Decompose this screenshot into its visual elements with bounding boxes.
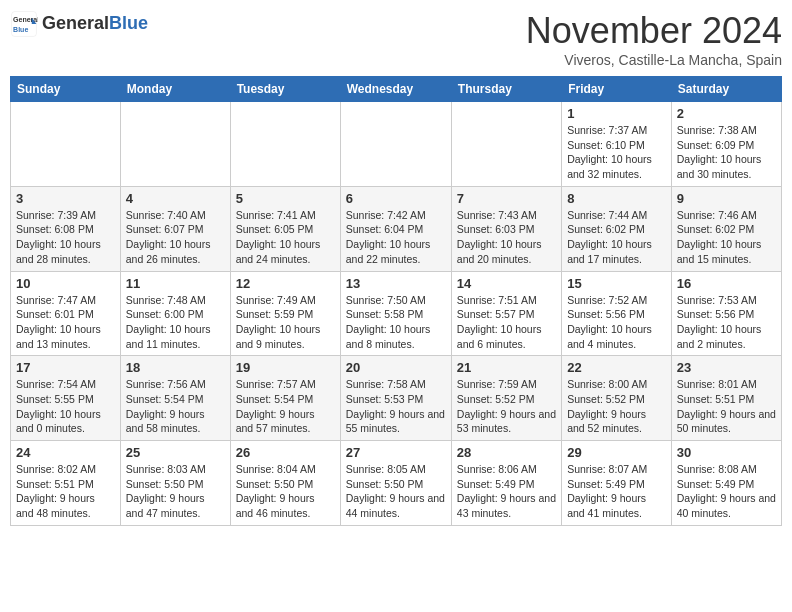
calendar-cell: 20Sunrise: 7:58 AM Sunset: 5:53 PM Dayli… xyxy=(340,356,451,441)
calendar-cell xyxy=(11,102,121,187)
calendar-cell: 22Sunrise: 8:00 AM Sunset: 5:52 PM Dayli… xyxy=(562,356,672,441)
calendar-cell: 15Sunrise: 7:52 AM Sunset: 5:56 PM Dayli… xyxy=(562,271,672,356)
calendar-cell: 24Sunrise: 8:02 AM Sunset: 5:51 PM Dayli… xyxy=(11,441,121,526)
day-number: 8 xyxy=(567,191,666,206)
month-title: November 2024 xyxy=(526,10,782,52)
day-number: 21 xyxy=(457,360,556,375)
logo: General Blue GeneralBlue xyxy=(10,10,148,38)
calendar-week-1: 1Sunrise: 7:37 AM Sunset: 6:10 PM Daylig… xyxy=(11,102,782,187)
day-info: Sunrise: 7:39 AM Sunset: 6:08 PM Dayligh… xyxy=(16,208,115,267)
day-number: 22 xyxy=(567,360,666,375)
day-number: 14 xyxy=(457,276,556,291)
calendar-cell: 10Sunrise: 7:47 AM Sunset: 6:01 PM Dayli… xyxy=(11,271,121,356)
day-number: 17 xyxy=(16,360,115,375)
page-header: General Blue GeneralBlue November 2024 V… xyxy=(10,10,782,68)
day-number: 18 xyxy=(126,360,225,375)
day-number: 20 xyxy=(346,360,446,375)
calendar-cell: 8Sunrise: 7:44 AM Sunset: 6:02 PM Daylig… xyxy=(562,186,672,271)
svg-text:Blue: Blue xyxy=(13,26,28,33)
day-info: Sunrise: 7:47 AM Sunset: 6:01 PM Dayligh… xyxy=(16,293,115,352)
day-info: Sunrise: 7:54 AM Sunset: 5:55 PM Dayligh… xyxy=(16,377,115,436)
weekday-header-friday: Friday xyxy=(562,77,672,102)
day-info: Sunrise: 8:05 AM Sunset: 5:50 PM Dayligh… xyxy=(346,462,446,521)
calendar-cell: 11Sunrise: 7:48 AM Sunset: 6:00 PM Dayli… xyxy=(120,271,230,356)
calendar-cell: 4Sunrise: 7:40 AM Sunset: 6:07 PM Daylig… xyxy=(120,186,230,271)
day-number: 30 xyxy=(677,445,776,460)
calendar-cell: 16Sunrise: 7:53 AM Sunset: 5:56 PM Dayli… xyxy=(671,271,781,356)
day-info: Sunrise: 7:49 AM Sunset: 5:59 PM Dayligh… xyxy=(236,293,335,352)
day-number: 7 xyxy=(457,191,556,206)
weekday-header-sunday: Sunday xyxy=(11,77,121,102)
day-info: Sunrise: 7:40 AM Sunset: 6:07 PM Dayligh… xyxy=(126,208,225,267)
calendar-cell xyxy=(340,102,451,187)
weekday-header-row: SundayMondayTuesdayWednesdayThursdayFrid… xyxy=(11,77,782,102)
day-info: Sunrise: 7:58 AM Sunset: 5:53 PM Dayligh… xyxy=(346,377,446,436)
calendar-cell: 29Sunrise: 8:07 AM Sunset: 5:49 PM Dayli… xyxy=(562,441,672,526)
day-info: Sunrise: 7:46 AM Sunset: 6:02 PM Dayligh… xyxy=(677,208,776,267)
day-info: Sunrise: 8:02 AM Sunset: 5:51 PM Dayligh… xyxy=(16,462,115,521)
calendar-cell: 21Sunrise: 7:59 AM Sunset: 5:52 PM Dayli… xyxy=(451,356,561,441)
day-info: Sunrise: 7:57 AM Sunset: 5:54 PM Dayligh… xyxy=(236,377,335,436)
calendar-cell: 28Sunrise: 8:06 AM Sunset: 5:49 PM Dayli… xyxy=(451,441,561,526)
day-info: Sunrise: 7:56 AM Sunset: 5:54 PM Dayligh… xyxy=(126,377,225,436)
day-number: 6 xyxy=(346,191,446,206)
day-number: 24 xyxy=(16,445,115,460)
weekday-header-tuesday: Tuesday xyxy=(230,77,340,102)
day-number: 3 xyxy=(16,191,115,206)
calendar-week-2: 3Sunrise: 7:39 AM Sunset: 6:08 PM Daylig… xyxy=(11,186,782,271)
day-info: Sunrise: 7:52 AM Sunset: 5:56 PM Dayligh… xyxy=(567,293,666,352)
calendar-cell: 6Sunrise: 7:42 AM Sunset: 6:04 PM Daylig… xyxy=(340,186,451,271)
calendar-cell: 17Sunrise: 7:54 AM Sunset: 5:55 PM Dayli… xyxy=(11,356,121,441)
calendar-cell: 3Sunrise: 7:39 AM Sunset: 6:08 PM Daylig… xyxy=(11,186,121,271)
calendar-week-3: 10Sunrise: 7:47 AM Sunset: 6:01 PM Dayli… xyxy=(11,271,782,356)
day-number: 29 xyxy=(567,445,666,460)
title-block: November 2024 Viveros, Castille-La Manch… xyxy=(526,10,782,68)
day-number: 25 xyxy=(126,445,225,460)
calendar-week-4: 17Sunrise: 7:54 AM Sunset: 5:55 PM Dayli… xyxy=(11,356,782,441)
calendar-cell: 26Sunrise: 8:04 AM Sunset: 5:50 PM Dayli… xyxy=(230,441,340,526)
day-info: Sunrise: 8:06 AM Sunset: 5:49 PM Dayligh… xyxy=(457,462,556,521)
day-number: 1 xyxy=(567,106,666,121)
logo-general-text: General xyxy=(42,13,109,33)
weekday-header-saturday: Saturday xyxy=(671,77,781,102)
day-number: 28 xyxy=(457,445,556,460)
day-info: Sunrise: 7:50 AM Sunset: 5:58 PM Dayligh… xyxy=(346,293,446,352)
day-number: 16 xyxy=(677,276,776,291)
calendar-cell xyxy=(230,102,340,187)
day-number: 19 xyxy=(236,360,335,375)
calendar-week-5: 24Sunrise: 8:02 AM Sunset: 5:51 PM Dayli… xyxy=(11,441,782,526)
day-number: 9 xyxy=(677,191,776,206)
day-info: Sunrise: 7:51 AM Sunset: 5:57 PM Dayligh… xyxy=(457,293,556,352)
day-number: 23 xyxy=(677,360,776,375)
day-info: Sunrise: 7:41 AM Sunset: 6:05 PM Dayligh… xyxy=(236,208,335,267)
day-info: Sunrise: 8:07 AM Sunset: 5:49 PM Dayligh… xyxy=(567,462,666,521)
day-number: 12 xyxy=(236,276,335,291)
weekday-header-thursday: Thursday xyxy=(451,77,561,102)
calendar-cell: 14Sunrise: 7:51 AM Sunset: 5:57 PM Dayli… xyxy=(451,271,561,356)
calendar-cell: 30Sunrise: 8:08 AM Sunset: 5:49 PM Dayli… xyxy=(671,441,781,526)
calendar-cell: 19Sunrise: 7:57 AM Sunset: 5:54 PM Dayli… xyxy=(230,356,340,441)
logo-icon: General Blue xyxy=(10,10,38,38)
calendar-cell: 7Sunrise: 7:43 AM Sunset: 6:03 PM Daylig… xyxy=(451,186,561,271)
calendar-cell: 9Sunrise: 7:46 AM Sunset: 6:02 PM Daylig… xyxy=(671,186,781,271)
logo-blue-text: Blue xyxy=(109,13,148,33)
calendar-cell: 2Sunrise: 7:38 AM Sunset: 6:09 PM Daylig… xyxy=(671,102,781,187)
calendar-cell: 18Sunrise: 7:56 AM Sunset: 5:54 PM Dayli… xyxy=(120,356,230,441)
day-number: 26 xyxy=(236,445,335,460)
calendar-cell: 25Sunrise: 8:03 AM Sunset: 5:50 PM Dayli… xyxy=(120,441,230,526)
day-info: Sunrise: 7:44 AM Sunset: 6:02 PM Dayligh… xyxy=(567,208,666,267)
calendar-cell: 23Sunrise: 8:01 AM Sunset: 5:51 PM Dayli… xyxy=(671,356,781,441)
calendar-cell xyxy=(451,102,561,187)
weekday-header-monday: Monday xyxy=(120,77,230,102)
calendar-cell: 13Sunrise: 7:50 AM Sunset: 5:58 PM Dayli… xyxy=(340,271,451,356)
day-number: 27 xyxy=(346,445,446,460)
day-info: Sunrise: 8:01 AM Sunset: 5:51 PM Dayligh… xyxy=(677,377,776,436)
calendar-cell xyxy=(120,102,230,187)
day-info: Sunrise: 7:48 AM Sunset: 6:00 PM Dayligh… xyxy=(126,293,225,352)
day-number: 13 xyxy=(346,276,446,291)
calendar-cell: 5Sunrise: 7:41 AM Sunset: 6:05 PM Daylig… xyxy=(230,186,340,271)
day-info: Sunrise: 8:00 AM Sunset: 5:52 PM Dayligh… xyxy=(567,377,666,436)
calendar-cell: 12Sunrise: 7:49 AM Sunset: 5:59 PM Dayli… xyxy=(230,271,340,356)
day-number: 5 xyxy=(236,191,335,206)
day-info: Sunrise: 7:59 AM Sunset: 5:52 PM Dayligh… xyxy=(457,377,556,436)
